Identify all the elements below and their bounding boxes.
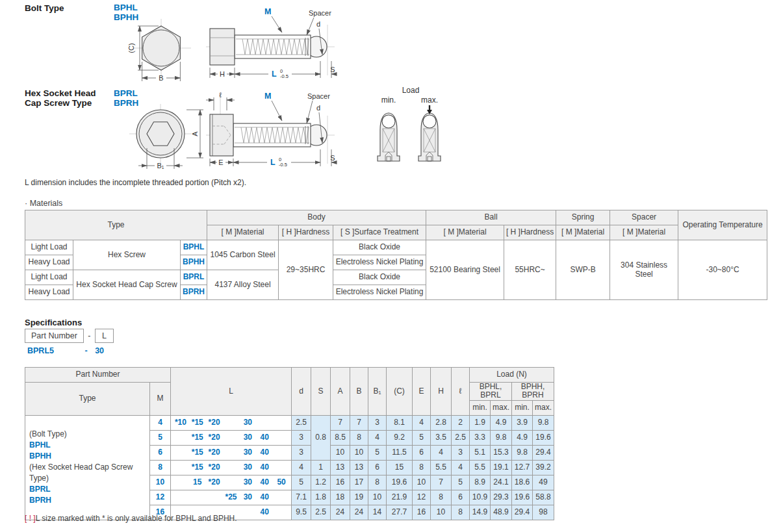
dim-label-l-tol-lower: -0.5 — [280, 73, 289, 79]
b-cell: 24 — [350, 505, 368, 520]
d-cell: 4 — [292, 460, 311, 475]
l-cell: 15*20304050 — [171, 475, 292, 490]
body-hardness-header: [ H ]Hardness — [279, 225, 333, 240]
s-cell: 2.5 — [311, 505, 331, 520]
ell-cell: 6 — [452, 490, 470, 505]
m-cell: 12 — [150, 490, 171, 505]
socket-front-view-drawing: B₁ A — [127, 103, 208, 173]
type-model-bphl[interactable]: BPHL — [29, 440, 148, 451]
h-cell: 2.8 — [431, 415, 452, 430]
h-cell: 5.5 — [431, 460, 452, 475]
a-cell: 24 — [331, 505, 350, 520]
dim-label-l: L — [272, 70, 277, 79]
dim-label-b: B — [159, 74, 163, 82]
materials-spring-header: Spring — [556, 210, 610, 225]
load2-min-cell: 3.9 — [512, 415, 533, 430]
model-code-cell[interactable]: BPRH — [181, 285, 207, 300]
dim-label-e: E — [218, 158, 223, 166]
b-cell: 19 — [350, 490, 368, 505]
body-surface-header: [ S ]Surface Treatment — [333, 225, 426, 240]
h-cell: 8 — [431, 490, 452, 505]
load-max-label: max. — [421, 95, 438, 105]
example-dash: - — [84, 346, 87, 355]
d-cell: 3 — [292, 445, 311, 460]
b1-cell: 10 — [368, 490, 387, 505]
a-cell: 13 — [331, 460, 350, 475]
b-cell: 7 — [350, 415, 368, 430]
screw-name-cell: Hex Socket Head Cap Screw — [73, 270, 181, 300]
load2-max-cell: 58.8 — [533, 490, 554, 505]
ell-cell: 8 — [452, 505, 470, 520]
s-cell: 1.2 — [311, 475, 331, 490]
d-cell: 9.5 — [292, 505, 311, 520]
bolt-front-view-drawing: (C) B — [123, 16, 198, 86]
load2-min-cell: 19.6 — [512, 490, 533, 505]
c-cell: 27.7 — [387, 505, 413, 520]
load-group2-header: BPHH, BPRH — [512, 383, 554, 401]
l-cell: *15*203040 — [171, 445, 292, 460]
spacer-label-cap: Spacer — [307, 92, 330, 100]
dim-label-s-cap: S — [330, 154, 335, 162]
l-box: L — [95, 329, 114, 343]
load1-min-cell: 1.9 — [470, 415, 491, 430]
model-code-cell[interactable]: BPHH — [181, 255, 207, 270]
max-header: max. — [533, 400, 554, 415]
load-class-cell: Light Load — [25, 240, 73, 255]
e-col-header: E — [413, 368, 431, 416]
load1-min-cell: 5.5 — [470, 460, 491, 475]
m-cell: 8 — [150, 460, 171, 475]
h-col-header: H — [431, 368, 452, 416]
s-col-header: S — [311, 368, 331, 416]
materials-table: Type Body Ball Spring Spacer Operating T… — [25, 210, 767, 300]
model-code-cell[interactable]: BPRL — [181, 270, 207, 285]
ball-material-cell: 52100 Bearing Steel — [426, 240, 504, 300]
b1-cell: 4 — [368, 430, 387, 445]
cap-code-bprl: BPRL — [114, 88, 138, 98]
materials-spacer-header: Spacer — [610, 210, 678, 225]
materials-heading: · Materials — [25, 199, 62, 208]
load1-max-cell: 9.8 — [491, 430, 512, 445]
b1-cell: 6 — [368, 460, 387, 475]
load1-min-cell: 8.9 — [470, 475, 491, 490]
catalog-page: Bolt Type BPHL BPHH Hex Socket Head Cap … — [0, 0, 770, 532]
h-cell: 10 — [431, 505, 452, 520]
part-number-dash: - — [88, 331, 90, 340]
type-model-bprl[interactable]: BPRL — [29, 484, 148, 495]
materials-ball-header: Ball — [426, 210, 556, 225]
c-cell: 8.1 — [387, 415, 413, 430]
dim-label-c: (C) — [127, 43, 135, 53]
load1-max-cell: 19.1 — [491, 460, 512, 475]
d-cell: 2.5 — [292, 415, 311, 430]
ball-hardness-cell: 55HRC~ — [504, 240, 556, 300]
m-cell: 5 — [150, 430, 171, 445]
a-cell: 10 — [331, 445, 350, 460]
e-cell: 6 — [413, 445, 431, 460]
spring-material-header: [ M ]Material — [556, 225, 610, 240]
load1-max-cell: 48.9 — [491, 505, 512, 520]
example-part-number: BPRL5 — [27, 346, 83, 355]
footnote-warning-mark: [ ! ] — [25, 514, 36, 523]
h-cell: 7 — [431, 475, 452, 490]
type-model-bphh[interactable]: BPHH — [29, 451, 148, 462]
dim-label-l-tol-lower-cap: -0.5 — [279, 162, 287, 168]
surface-treatment-cell: Electroless Nickel Plating — [333, 285, 426, 300]
a-cell: 7 — [331, 415, 350, 430]
spacer-material-header: [ M ]Material — [610, 225, 678, 240]
screw-name-cell: Hex Screw — [73, 240, 181, 270]
dim-label-a: A — [191, 131, 199, 136]
type-model-bprh[interactable]: BPRH — [29, 495, 148, 506]
ell-cell: 2 — [452, 415, 470, 430]
load2-min-cell: 4.9 — [512, 430, 533, 445]
ball-hardness-header: [ H ]Hardness — [504, 225, 556, 240]
c-cell: 21.9 — [387, 490, 413, 505]
load2-min-cell: 18.6 — [512, 475, 533, 490]
dim-label-l-cap: L — [270, 158, 276, 167]
model-code-cell[interactable]: BPHL — [181, 240, 207, 255]
load-class-cell: Light Load — [25, 270, 73, 285]
m-cell: 10 — [150, 475, 171, 490]
materials-body-header: Body — [207, 210, 426, 225]
b1-cell: 5 — [368, 445, 387, 460]
l-cell: *15*203040 — [171, 430, 292, 445]
b1-col-header: B₁ — [368, 368, 387, 416]
materials-type-header: Type — [25, 210, 207, 240]
